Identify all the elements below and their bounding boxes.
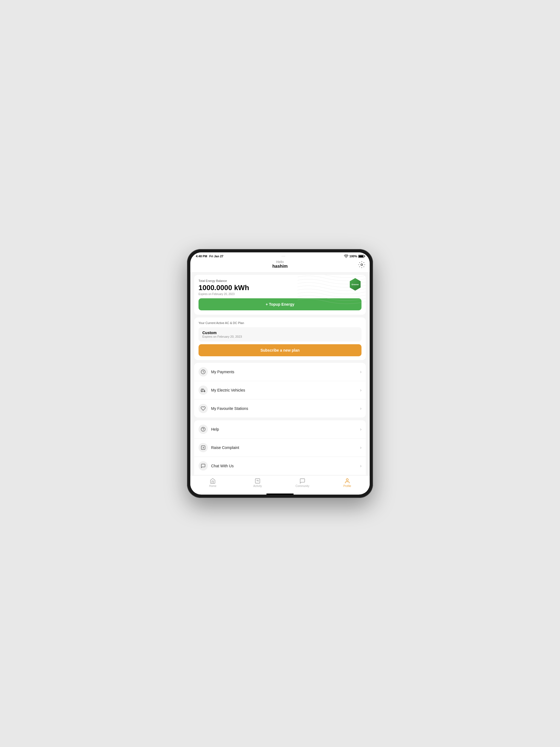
badge-hex: Greener	[349, 278, 361, 291]
plan-card: Custom Expires on February 20, 2023	[199, 327, 361, 341]
svg-point-3	[201, 391, 202, 392]
energy-card: Total Energy Balance 1000.0000 kWh Expir…	[194, 275, 366, 315]
help-label: Help	[211, 427, 360, 432]
svg-point-16	[346, 479, 348, 481]
complaint-label: Raise Complaint	[211, 445, 360, 450]
help-icon	[201, 427, 206, 432]
header-hello: Hello	[196, 260, 364, 264]
gear-icon	[358, 261, 365, 268]
activity-icon	[255, 478, 261, 484]
tab-community-label: Community	[296, 485, 309, 488]
payments-icon-wrap	[199, 367, 208, 377]
subscribe-label: Subscribe a new plan	[260, 348, 299, 353]
menu-item-payments[interactable]: My Payments ›	[194, 363, 366, 381]
vehicles-chevron: ›	[360, 388, 361, 393]
help-chevron: ›	[360, 427, 361, 432]
tab-community[interactable]: Community	[294, 478, 311, 488]
tab-bar: Home Activity Community P	[190, 475, 370, 493]
plan-expires: Expires on February 20, 2023	[202, 335, 358, 338]
battery-fill	[359, 255, 363, 257]
chat-chevron: ›	[360, 463, 361, 468]
payments-icon	[201, 369, 206, 374]
menu-item-help[interactable]: Help ›	[194, 420, 366, 439]
device-frame: 4:48 PM Fri Jan 27 ··· 100% Hello hash	[187, 249, 373, 498]
battery-icon	[358, 255, 364, 258]
badge-text: Greener	[352, 284, 359, 285]
screen: 4:48 PM Fri Jan 27 ··· 100% Hello hash	[190, 252, 370, 495]
chat-icon-wrap	[199, 461, 208, 470]
tab-activity-label: Activity	[253, 485, 262, 488]
tab-profile-label: Profile	[343, 485, 351, 488]
payments-label: My Payments	[211, 370, 360, 374]
home-icon	[210, 478, 216, 484]
payments-chevron: ›	[360, 369, 361, 374]
menu-item-chat[interactable]: Chat With Us ›	[194, 457, 366, 475]
chat-icon	[201, 463, 206, 468]
menu-group-1: My Payments › My Electric Vehicles	[194, 363, 366, 417]
svg-point-0	[346, 257, 347, 258]
stations-chevron: ›	[360, 406, 361, 411]
vehicles-icon	[201, 388, 206, 393]
main-content: Total Energy Balance 1000.0000 kWh Expir…	[190, 272, 370, 475]
header-username: hashim	[196, 264, 364, 269]
tab-activity[interactable]: Activity	[249, 478, 266, 488]
help-icon-wrap	[199, 424, 208, 434]
menu-item-complaint[interactable]: Raise Complaint ›	[194, 439, 366, 457]
wifi-icon	[344, 255, 348, 258]
stations-icon-wrap	[199, 404, 208, 413]
complaint-icon-wrap	[199, 443, 208, 452]
subscribe-button[interactable]: Subscribe a new plan	[199, 344, 361, 356]
vehicles-label: My Electric Vehicles	[211, 388, 360, 392]
plan-section-label: Your Current Active AC & DC Plan	[199, 321, 361, 325]
battery-percent: 100%	[350, 255, 357, 258]
plan-section: Your Current Active AC & DC Plan Custom …	[194, 317, 366, 360]
menu-group-2: Help › Raise Complaint ›	[194, 420, 366, 475]
profile-icon	[344, 478, 350, 484]
status-bar: 4:48 PM Fri Jan 27 ··· 100%	[190, 252, 370, 259]
svg-point-1	[361, 264, 363, 266]
plan-name: Custom	[202, 331, 358, 335]
menu-item-vehicles[interactable]: My Electric Vehicles ›	[194, 381, 366, 400]
vehicles-icon-wrap	[199, 386, 208, 395]
menu-item-stations[interactable]: My Favourite Stations ›	[194, 400, 366, 417]
status-time: 4:48 PM	[196, 255, 207, 258]
chat-label: Chat With Us	[211, 464, 360, 468]
complaint-chevron: ›	[360, 445, 361, 450]
tab-home-label: Home	[209, 485, 217, 488]
complaint-icon	[201, 445, 206, 450]
status-left: 4:48 PM Fri Jan 27	[196, 255, 223, 258]
header: Hello hashim	[190, 259, 370, 272]
greener-badge: Greener	[349, 278, 361, 291]
stations-label: My Favourite Stations	[211, 406, 360, 411]
heart-icon	[201, 406, 206, 411]
tab-profile[interactable]: Profile	[339, 478, 355, 488]
settings-button[interactable]	[358, 261, 365, 268]
tab-home[interactable]: Home	[205, 478, 221, 488]
status-right: 100%	[344, 255, 364, 258]
community-icon	[299, 478, 305, 484]
status-date: Fri Jan 27	[209, 255, 223, 258]
home-indicator	[266, 493, 294, 495]
status-dots: ···	[282, 255, 285, 258]
